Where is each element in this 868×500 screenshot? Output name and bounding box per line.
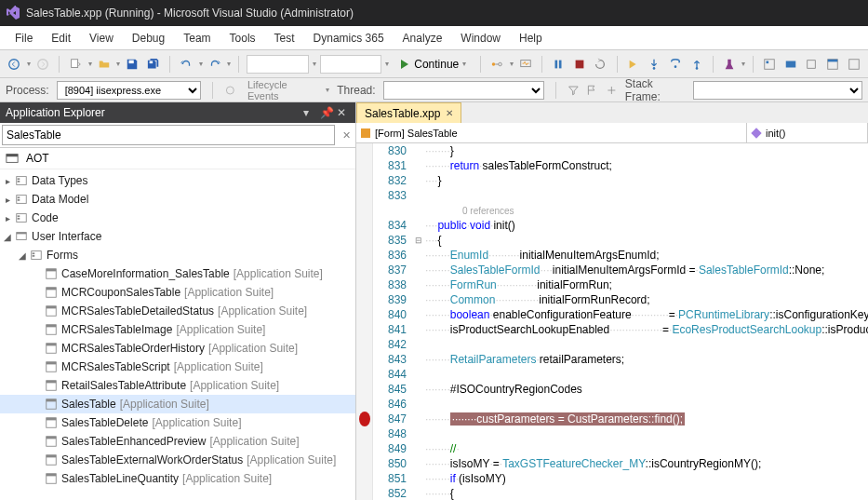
application-explorer-panel: Application Explorer ▾ 📌 ✕ ✕ AOT ▸Data T…: [0, 102, 356, 500]
stop-button[interactable]: [571, 54, 589, 74]
process-label: Process:: [6, 84, 49, 97]
dropdown-icon[interactable]: ▾: [303, 106, 316, 119]
stack-frame-combo[interactable]: [693, 81, 862, 100]
menu-team[interactable]: Team: [174, 28, 220, 48]
menu-help[interactable]: Help: [510, 28, 552, 48]
document-tab-row: SalesTable.xpp ✕: [356, 102, 868, 123]
aot-label: AOT: [26, 152, 49, 165]
svg-rect-33: [17, 233, 27, 235]
svg-point-0: [9, 59, 20, 69]
pin-icon[interactable]: 📌: [320, 106, 333, 119]
window-titlebar: SalesTable.xpp (Running) - Microsoft Vis…: [0, 0, 868, 26]
aot-icon: [6, 152, 19, 165]
close-icon[interactable]: ✕: [337, 106, 350, 119]
browser-link-button[interactable]: [488, 54, 506, 74]
method-icon: [751, 128, 762, 139]
code-editor[interactable]: 8308318328338348358368378388398408418428…: [356, 143, 868, 500]
tree-form-casemoreinformation_salestable[interactable]: CaseMoreInformation_SalesTable[Applicati…: [0, 264, 355, 283]
svg-point-5: [492, 62, 496, 66]
team-button[interactable]: [803, 54, 821, 74]
document-tab[interactable]: SalesTable.xpp ✕: [356, 102, 461, 123]
continue-button[interactable]: Continue ▾: [393, 54, 473, 74]
open-button[interactable]: [96, 54, 114, 74]
tree-user-interface[interactable]: ◢User Interface: [0, 227, 355, 246]
svg-rect-56: [47, 437, 57, 439]
menu-edit[interactable]: Edit: [42, 28, 80, 48]
step-over-button[interactable]: [667, 54, 685, 74]
breakpoint-gutter[interactable]: [356, 143, 373, 500]
tree-form-salestable[interactable]: SalesTable[Application Suite]: [0, 395, 355, 413]
nav-back-button[interactable]: [6, 54, 23, 74]
tree-code[interactable]: ▸Code: [0, 209, 355, 227]
tree-data-model[interactable]: ▸Data Model: [0, 190, 355, 209]
diag-button[interactable]: [517, 54, 535, 74]
menu-tools[interactable]: Tools: [220, 28, 265, 48]
svg-rect-61: [361, 128, 370, 138]
restart-button[interactable]: [592, 54, 609, 74]
menu-window[interactable]: Window: [451, 28, 510, 48]
close-tab-icon[interactable]: ✕: [446, 108, 453, 118]
menu-dynamics-365[interactable]: Dynamics 365: [304, 28, 394, 48]
explorer-search-input[interactable]: [2, 125, 335, 145]
redo-button[interactable]: [207, 54, 224, 74]
svg-rect-62: [751, 128, 761, 138]
tree-forms[interactable]: ◢Forms: [0, 246, 355, 264]
tree-form-salestabledelete[interactable]: SalesTableDelete[Application Suite]: [0, 413, 355, 432]
svg-rect-60: [47, 474, 57, 477]
svg-point-6: [499, 62, 502, 66]
next-statement-button[interactable]: [625, 54, 643, 74]
menu-test[interactable]: Test: [265, 28, 304, 48]
win-button[interactable]: [845, 54, 862, 74]
intellitrace-button[interactable]: [721, 54, 739, 74]
menu-debug[interactable]: Debug: [123, 28, 174, 48]
menu-file[interactable]: File: [6, 28, 42, 48]
tree-form-mcrsalestablescript[interactable]: MCRSalesTableScript[Application Suite]: [0, 358, 355, 376]
tree-data-types[interactable]: ▸Data Types: [0, 171, 355, 190]
pause-button[interactable]: [550, 54, 568, 74]
tab-label: SalesTable.xpp: [365, 107, 440, 120]
code-nav-bar: [Form] SalesTable init(): [356, 123, 868, 143]
step-out-button[interactable]: [688, 54, 705, 74]
save-button[interactable]: [124, 54, 141, 74]
tree-form-mcrsalestabledetailedstatus[interactable]: MCRSalesTableDetailedStatus[Application …: [0, 302, 355, 320]
undo-button[interactable]: [178, 54, 195, 74]
tree-form-mcrsalestableimage[interactable]: MCRSalesTableImage[Application Suite]: [0, 320, 355, 339]
svg-rect-31: [18, 218, 20, 220]
nav-method-combo[interactable]: init(): [747, 123, 868, 142]
svg-rect-35: [33, 252, 35, 254]
tree-form-retailsalestableattribute[interactable]: RetailSalesTableAttribute[Application Su…: [0, 376, 355, 395]
svg-rect-9: [559, 60, 562, 68]
app-explorer-button[interactable]: [761, 54, 779, 74]
tree-form-mcrcouponsalestable[interactable]: MCRCouponSalesTable[Application Suite]: [0, 283, 355, 302]
svg-rect-16: [786, 61, 796, 67]
svg-rect-2: [72, 59, 78, 67]
menu-view[interactable]: View: [80, 28, 123, 48]
debug-toolbar: Process: [8904] iisexpress.exe Lifecycle…: [0, 78, 868, 102]
svg-rect-25: [18, 181, 20, 182]
filter-icon[interactable]: [568, 84, 580, 97]
thread-combo[interactable]: [383, 81, 544, 100]
svg-rect-46: [47, 344, 57, 346]
nav-form-combo[interactable]: [Form] SalesTable: [356, 123, 747, 142]
thread-icon[interactable]: [606, 84, 618, 97]
menubar: FileEditViewDebugTeamToolsTestDynamics 3…: [0, 26, 868, 50]
dyn-button[interactable]: [782, 54, 800, 74]
tree-form-mcrsalestableorderhistory[interactable]: MCRSalesTableOrderHistory[Application Su…: [0, 339, 355, 358]
form-button[interactable]: [824, 54, 842, 74]
fold-gutter[interactable]: ⊟: [412, 143, 425, 500]
tree-form-salestableexternalworkorderstatus[interactable]: SalesTableExternalWorkOrderStatus[Applic…: [0, 451, 355, 469]
svg-rect-28: [18, 199, 20, 201]
new-button[interactable]: [67, 54, 85, 74]
step-into-button[interactable]: [646, 54, 663, 74]
flag-icon[interactable]: [586, 84, 598, 97]
save-all-button[interactable]: [145, 54, 163, 74]
line-number-gutter: 8308318328338348358368378388398408418428…: [373, 143, 412, 500]
clear-search-button[interactable]: ✕: [337, 123, 355, 147]
tree-form-salestablelinequantity[interactable]: SalesTableLineQuantity[Application Suite…: [0, 469, 355, 488]
menu-analyze[interactable]: Analyze: [394, 28, 452, 48]
svg-rect-10: [576, 60, 584, 68]
code-content[interactable]: ········}········return·salesTableFormCo…: [425, 143, 868, 500]
aot-root[interactable]: AOT: [0, 148, 355, 169]
process-combo[interactable]: [8904] iisexpress.exe: [57, 81, 202, 100]
tree-form-salestableenhancedpreview[interactable]: SalesTableEnhancedPreview[Application Su…: [0, 432, 355, 451]
